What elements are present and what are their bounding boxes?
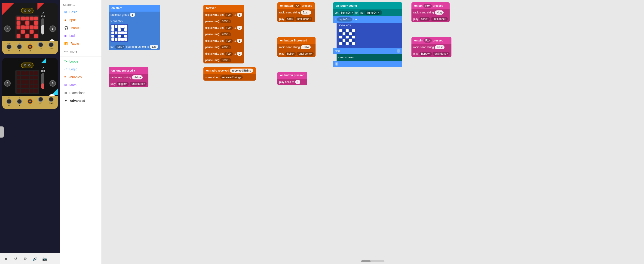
sound-button[interactable]: 🔊	[32, 255, 38, 262]
sidebar-item-math[interactable]: ⊞ Math	[61, 81, 100, 89]
sidebar-item-basic[interactable]: ⊞ Basic	[61, 8, 100, 16]
on-button-a-radio-send-block[interactable]: radio send string Zzz...	[278, 9, 315, 16]
if-condition-dropdown[interactable]: lightsOn	[337, 17, 352, 22]
set-lights-on-block[interactable]: set lightsOn to not lightsOn	[333, 9, 402, 16]
loud-dropdown[interactable]: loud	[115, 45, 125, 49]
pin-p2-dropdown-4[interactable]: P2	[224, 52, 233, 56]
dw-pin-p2-1-block[interactable]: digital write pin P2 to 1	[204, 12, 244, 18]
on-pin-p1-radio-send-block[interactable]: radio send string Kiss!	[412, 44, 452, 51]
on-start-header[interactable]: on start	[109, 5, 160, 12]
pin-p1-dropdown[interactable]: P1	[424, 38, 432, 43]
screenshot-button[interactable]: 📷	[41, 255, 48, 262]
sidebar-item-led[interactable]: ◐ Led	[61, 32, 100, 39]
on-button-b-radio-send-value[interactable]: Hello	[301, 45, 311, 49]
sidebar-item-music[interactable]: 🎧 Music	[61, 24, 100, 32]
sidebar-item-input[interactable]: ● Input	[61, 16, 100, 24]
pin-value-1[interactable]: 1	[237, 13, 242, 17]
on-button-a-header[interactable]: on button A pressed	[278, 2, 315, 9]
pause-value-2[interactable]: 2000	[220, 32, 231, 36]
debug-button[interactable]: ⚙	[22, 255, 29, 262]
on-button-a-until-done[interactable]: until done	[296, 17, 312, 21]
pin-value-2[interactable]: 0	[237, 26, 242, 30]
on-pin-p1-sound-dropdown[interactable]: happy	[419, 52, 432, 56]
search-input[interactable]	[63, 3, 102, 7]
pin-value-4[interactable]: 0	[237, 52, 242, 56]
canvas-scrollbar[interactable]	[361, 260, 384, 262]
on-logo-radio-send-value[interactable]: HaHa	[132, 75, 143, 79]
on-logo-until-done[interactable]: until done	[130, 82, 146, 86]
on-button-a-sound-dropdown[interactable]: sad	[285, 17, 294, 21]
on-radio-received-header[interactable]: on radio received receivedString	[204, 67, 256, 74]
on-button-pressed-2-header[interactable]: on button pressed	[278, 72, 307, 79]
stop-button[interactable]: ■	[2, 255, 9, 262]
on-pin-p0-header[interactable]: on pin P0 pressed	[412, 2, 450, 9]
pause-value-1[interactable]: 1000	[220, 19, 231, 23]
on-pin-p1-radio-send-value[interactable]: Kiss!	[435, 45, 444, 49]
show-leds-block[interactable]: show leds	[109, 18, 160, 44]
sidebar-item-extensions[interactable]: ⊕ Extensions	[61, 89, 100, 97]
on-logo-radio-send-block[interactable]: radio send string HaHa	[109, 74, 148, 81]
button-a-top[interactable]: A	[4, 26, 11, 32]
on-pin-p0-radio-send-value[interactable]: Hug	[435, 11, 444, 15]
on-button-b-until-done[interactable]: until done	[297, 52, 314, 56]
on-button-b-header[interactable]: on button B pressed	[278, 37, 316, 44]
minus-button[interactable]: −	[397, 49, 400, 53]
button-b-top[interactable]: B	[50, 26, 56, 32]
pause-value-3[interactable]: 2000	[220, 45, 231, 49]
lights-on-var-2-dropdown[interactable]: lightsOn	[365, 11, 380, 15]
play-note-value[interactable]: 1	[295, 80, 300, 84]
on-pin-p0-sound-dropdown[interactable]: slide	[419, 17, 430, 21]
clear-screen-block[interactable]: clear screen	[336, 54, 402, 61]
sound-slider-bottom[interactable]: 🎤 128	[41, 67, 45, 89]
button-a-dropdown[interactable]: A	[294, 4, 301, 8]
on-button-a-play-block[interactable]: play sad until done	[278, 16, 315, 22]
on-button-b-radio-send-block[interactable]: radio send string Hello	[278, 44, 316, 51]
on-logo-play-sound[interactable]: giggle	[116, 82, 129, 86]
if-plus-footer[interactable]: +	[333, 61, 402, 67]
radio-set-group-block[interactable]: radio set group 1	[109, 12, 160, 18]
sidebar-item-loops[interactable]: ↻ Loops	[61, 58, 100, 65]
sidebar-item-radio[interactable]: 📶 Radio	[61, 40, 100, 47]
on-loud-sound-header[interactable]: on loud ▾ sound	[333, 2, 402, 9]
pause-2000-block-1[interactable]: pause (ms) 2000	[204, 31, 244, 38]
forever-header[interactable]: forever	[204, 5, 244, 12]
on-button-b-sound-dropdown[interactable]: hello	[285, 52, 296, 56]
on-pin-p1-header[interactable]: on pin P1 pressed	[412, 37, 452, 44]
received-string-dropdown[interactable]: receivedString	[220, 75, 243, 79]
sound-slider-top[interactable]: 🎤 128	[41, 12, 45, 35]
pin-value-3[interactable]: 1	[237, 39, 242, 43]
dw-pin-p2-1b-block[interactable]: digital write pin P2 to 1	[204, 38, 244, 44]
restart-button[interactable]: ↺	[12, 255, 19, 262]
set-loud-block[interactable]: set loud sound threshold to 128	[109, 44, 160, 50]
radio-group-value[interactable]: 1	[130, 13, 135, 17]
dw-pin-p2-0b-block[interactable]: digital write pin P2 to 0	[204, 51, 244, 57]
pin-p2-dropdown-1[interactable]: P2	[224, 13, 233, 17]
lights-on-var-dropdown[interactable]: lightsOn	[339, 11, 354, 15]
sidebar-item-advanced[interactable]: ▼ Advanced	[61, 97, 100, 104]
pin-p2-dropdown-2[interactable]: P2	[224, 26, 233, 30]
on-pin-p0-until-done[interactable]: until done	[431, 17, 448, 21]
on-button-b-play-block[interactable]: play hello until done	[278, 51, 316, 57]
pause-1000-block[interactable]: pause (ms) 1000	[204, 18, 244, 25]
pin-p0-dropdown[interactable]: P0	[424, 4, 432, 8]
on-pin-p1-play-block[interactable]: play happy until done	[412, 51, 452, 57]
button-b-bottom[interactable]: B	[50, 80, 56, 87]
dw-pin-p2-0-block[interactable]: digital write pin P2 to 0	[204, 25, 244, 31]
if-lights-on-block[interactable]: if lightsOn then	[333, 16, 402, 23]
on-pin-p0-play-block[interactable]: play slide until done	[412, 16, 450, 22]
threshold-value[interactable]: 128	[150, 45, 158, 49]
pause-value-4[interactable]: 3000	[220, 58, 231, 62]
sidebar-item-logic[interactable]: ⇄ Logic	[61, 66, 100, 73]
pause-2000-block-2[interactable]: pause (ms) 2000	[204, 44, 244, 51]
on-logo-header[interactable]: on logo pressed ▾	[109, 67, 148, 74]
on-button-a-radio-send-value[interactable]: Zzz...	[301, 11, 311, 15]
plus-button[interactable]: +	[335, 62, 338, 66]
on-logo-play-block[interactable]: play giggle until done	[109, 81, 148, 87]
on-pin-p0-radio-send-block[interactable]: radio send string Hug	[412, 9, 450, 16]
play-hello-to-block[interactable]: play hello to 1	[278, 79, 307, 85]
pin-p2-dropdown-3[interactable]: P2	[224, 39, 233, 43]
sidebar-collapse-tab[interactable]: ‹	[0, 126, 4, 138]
sidebar-item-variables[interactable]: ≡ Variables	[61, 73, 100, 81]
blocks-canvas[interactable]: on start radio set group 1 show leds	[102, 0, 644, 264]
pause-3000-block[interactable]: pause (ms) 3000	[204, 57, 244, 63]
